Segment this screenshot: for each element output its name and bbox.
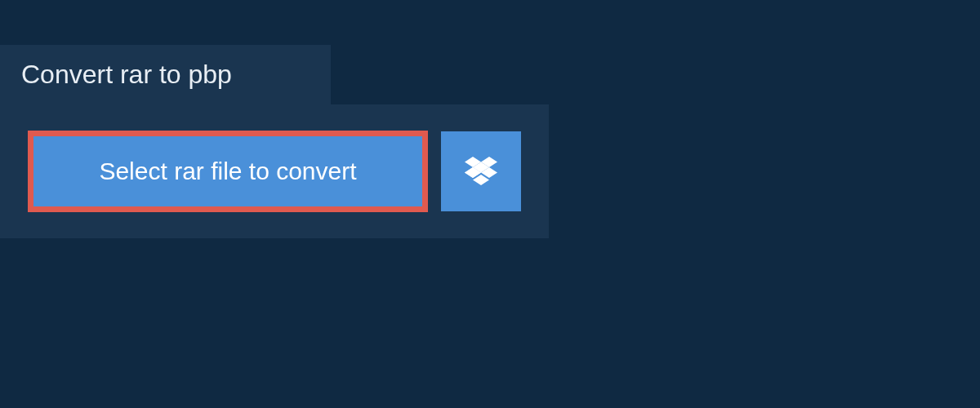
- tab-title: Convert rar to pbp: [21, 60, 232, 89]
- tab-convert[interactable]: Convert rar to pbp: [0, 45, 331, 104]
- tab-bar: Convert rar to pbp: [0, 45, 980, 104]
- dropbox-button[interactable]: [441, 131, 521, 211]
- dropbox-icon: [465, 157, 497, 186]
- select-file-button[interactable]: Select rar file to convert: [28, 131, 428, 212]
- upload-panel: Select rar file to convert: [0, 104, 549, 238]
- select-file-label: Select rar file to convert: [99, 157, 356, 185]
